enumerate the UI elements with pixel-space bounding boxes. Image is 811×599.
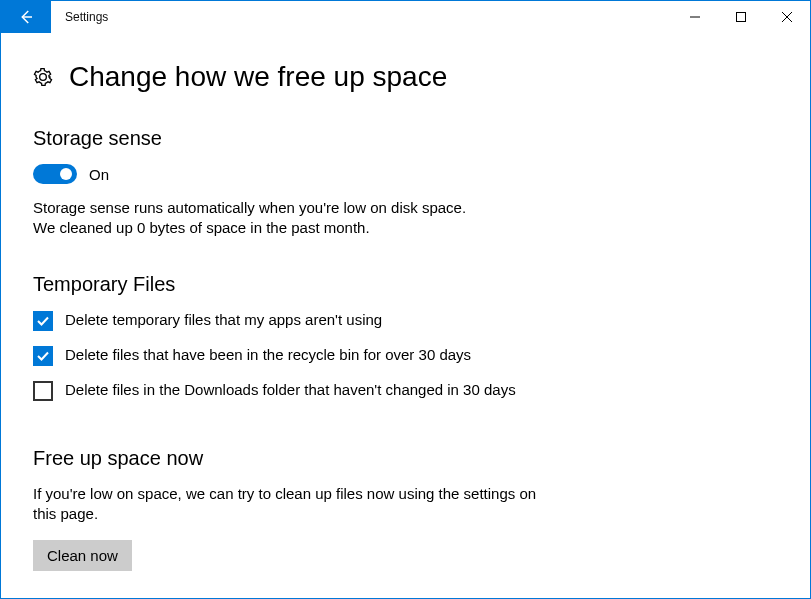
maximize-button[interactable] <box>718 1 764 33</box>
window-title: Settings <box>51 1 108 33</box>
storage-sense-toggle-row: On <box>33 164 778 184</box>
content-area: Change how we free up space Storage sens… <box>1 33 810 591</box>
close-button[interactable] <box>764 1 810 33</box>
check-icon <box>36 349 50 363</box>
page-title: Change how we free up space <box>69 61 447 93</box>
minimize-icon <box>690 12 700 22</box>
back-button[interactable] <box>1 1 51 33</box>
free-up-heading: Free up space now <box>33 447 778 470</box>
clean-now-button[interactable]: Clean now <box>33 540 132 571</box>
minimize-button[interactable] <box>672 1 718 33</box>
window-controls <box>672 1 810 33</box>
storage-sense-description: Storage sense runs automatically when yo… <box>33 198 553 239</box>
titlebar: Settings <box>1 1 810 33</box>
arrow-left-icon <box>17 8 35 26</box>
toggle-knob <box>60 168 72 180</box>
checkbox-label: Delete temporary files that my apps aren… <box>65 310 382 330</box>
storage-sense-desc-line1: Storage sense runs automatically when yo… <box>33 199 466 216</box>
storage-sense-heading: Storage sense <box>33 127 778 150</box>
checkbox-label: Delete files that have been in the recyc… <box>65 345 471 365</box>
page-header: Change how we free up space <box>33 61 778 93</box>
checkbox-delete-downloads[interactable] <box>33 381 53 401</box>
temp-files-item-0: Delete temporary files that my apps aren… <box>33 310 553 331</box>
storage-sense-toggle[interactable] <box>33 164 77 184</box>
gear-icon <box>33 67 53 87</box>
storage-sense-desc-line2: We cleaned up 0 bytes of space in the pa… <box>33 219 370 236</box>
maximize-icon <box>736 12 746 22</box>
checkbox-label: Delete files in the Downloads folder tha… <box>65 380 516 400</box>
checkbox-delete-temp-apps[interactable] <box>33 311 53 331</box>
free-up-description: If you're low on space, we can try to cl… <box>33 484 553 525</box>
checkbox-delete-recycle-bin[interactable] <box>33 346 53 366</box>
check-icon <box>36 314 50 328</box>
temp-files-heading: Temporary Files <box>33 273 778 296</box>
close-icon <box>782 12 792 22</box>
settings-window: Settings <box>0 0 811 599</box>
temp-files-item-1: Delete files that have been in the recyc… <box>33 345 553 366</box>
temp-files-item-2: Delete files in the Downloads folder tha… <box>33 380 553 401</box>
svg-rect-1 <box>737 13 746 22</box>
titlebar-drag-area[interactable] <box>108 1 672 33</box>
storage-sense-toggle-label: On <box>89 166 109 183</box>
